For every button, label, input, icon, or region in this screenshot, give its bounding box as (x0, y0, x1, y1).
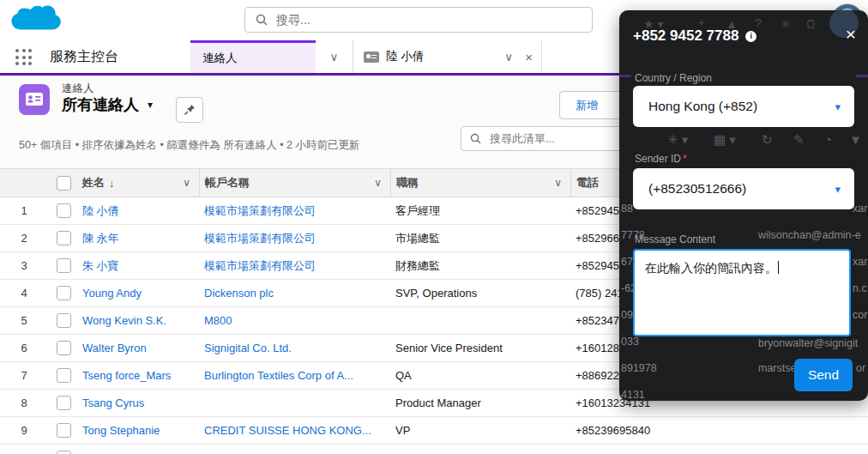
contact-name-link[interactable]: Wong Kevin S.K. (82, 314, 166, 327)
pin-list-button[interactable] (176, 97, 203, 123)
contact-name-cell: Wong Kevin S.K. (77, 314, 199, 327)
contact-card-icon (364, 51, 379, 63)
account-name-cell: 模範市場策劃有限公司 (199, 203, 390, 219)
column-menu-icon[interactable]: ∨ (554, 177, 562, 189)
column-menu-icon[interactable]: ∨ (374, 177, 382, 189)
phone-fragment: 4131 (621, 389, 645, 401)
account-name-link[interactable]: Signigital Co. Ltd. (204, 342, 292, 354)
row-select-cell (48, 368, 77, 383)
notifications-bell-icon: Ω (806, 17, 815, 31)
job-title-cell: 市場總監 (390, 231, 570, 246)
edit-icon: ✎ (793, 132, 805, 148)
country-region-label: Country / Region (635, 72, 712, 84)
row-number: 1 (0, 204, 48, 217)
sms-panel: 88777867-62090338919784131xarwilsonchan@… (619, 10, 868, 401)
account-name-link[interactable]: M800 (204, 314, 232, 327)
tab-contacts[interactable]: 連絡人 (190, 40, 316, 73)
contact-name-link[interactable]: Tong Stephanie (82, 424, 160, 437)
account-name-cell: Signigital Co. Ltd. (199, 342, 390, 354)
row-checkbox[interactable] (57, 203, 71, 218)
row-number: 2 (0, 232, 48, 245)
required-asterisk: * (683, 153, 687, 165)
send-button[interactable]: Send (794, 359, 853, 391)
sort-desc-icon: ↓ (109, 177, 115, 190)
row-select-cell (48, 396, 77, 410)
tab-record-label: 陸 小倩 (386, 49, 424, 64)
app-launcher-waffle-icon[interactable] (15, 49, 33, 66)
message-content-textarea[interactable]: 在此輸入你的簡訊內容。 (633, 249, 851, 336)
row-checkbox[interactable] (57, 258, 71, 273)
email-fragment: or (856, 362, 865, 374)
row-number: 7 (0, 369, 48, 382)
email-fragment: marstse (758, 362, 796, 374)
contact-name-link[interactable]: 朱 小寶 (82, 259, 119, 272)
row-select-cell (48, 341, 77, 355)
contact-name-link[interactable]: Tsang Cyrus (82, 396, 144, 409)
chevron-down-icon: ▾ (835, 100, 841, 113)
pin-icon (184, 104, 196, 116)
account-name-link[interactable]: 模範市場策劃有限公司 (204, 232, 316, 245)
row-checkbox[interactable] (57, 313, 71, 328)
row-checkbox[interactable] (57, 423, 71, 438)
account-name-cell: 模範市場策劃有限公司 (199, 231, 390, 246)
account-name-link[interactable]: 模範市場策劃有限公司 (204, 204, 316, 217)
column-header-title[interactable]: 職稱 ∨ (390, 169, 570, 197)
phone-fragment: 033 (621, 336, 639, 348)
contact-object-icon (19, 84, 50, 115)
new-button[interactable]: 新增 (559, 91, 614, 119)
close-panel-icon[interactable]: × (846, 24, 856, 45)
contact-name-cell: 陳 永年 (77, 231, 199, 246)
row-checkbox[interactable] (57, 286, 71, 300)
contact-name-cell: Walter Byron (77, 342, 199, 354)
row-checkbox[interactable] (57, 341, 71, 355)
column-menu-icon[interactable]: ∨ (183, 177, 190, 189)
account-name-link[interactable]: Burlington Textiles Corp of A... (204, 369, 353, 382)
contact-name-link[interactable]: Tseng force_Mars (82, 369, 171, 382)
table-row: 10Test Last Name ... (0, 445, 868, 454)
display-table-icon: ▦ ▾ (714, 132, 736, 148)
contact-name-cell: Tong Stephanie (77, 424, 199, 437)
account-name-link[interactable]: 模範市場策劃有限公司 (204, 259, 316, 272)
account-name-cell: Dickenson plc (199, 287, 390, 300)
account-name-link[interactable]: CREDIT SUISSE HONG KONG... (204, 424, 371, 437)
setup-gear-icon: ✳ (781, 17, 791, 31)
brand-divider-ghost (856, 75, 868, 77)
list-view-dropdown-icon[interactable]: ▾ (148, 99, 153, 111)
contact-name-cell: Tsang Cyrus (77, 396, 199, 409)
phone-fragment: 891978 (621, 362, 657, 374)
row-checkbox[interactable] (57, 451, 71, 454)
country-region-select[interactable]: Hong Kong (+852) ▾ (633, 86, 854, 127)
row-checkbox[interactable] (57, 231, 71, 245)
row-checkbox[interactable] (57, 368, 71, 383)
select-all-checkbox[interactable] (57, 176, 71, 191)
chevron-down-icon: ∨ (330, 50, 339, 64)
email-fragment: n.c (853, 282, 867, 294)
tab-contacts-dropdown[interactable]: ∨ (316, 40, 353, 73)
row-select-cell (48, 423, 77, 438)
row-checkbox[interactable] (57, 396, 71, 410)
message-content-label: Message Content (635, 233, 715, 245)
contact-name-link[interactable]: 陳 永年 (82, 232, 119, 245)
row-number: 8 (0, 396, 48, 409)
row-number: 9 (0, 424, 48, 437)
contact-name-link[interactable]: Walter Byron (82, 342, 147, 354)
account-name-cell: 模範市場策劃有限公司 (199, 258, 390, 274)
row-select-cell (48, 258, 77, 273)
contact-name-cell: 朱 小寶 (77, 258, 199, 274)
global-search-input[interactable] (274, 12, 535, 27)
job-title-cell: QA (390, 369, 570, 382)
contact-name-link[interactable]: Young Andy (82, 287, 142, 300)
account-name-link[interactable]: Dickenson plc (204, 287, 274, 300)
sender-id-select[interactable]: (+85230512666) ▾ (633, 168, 854, 209)
info-icon[interactable]: i (745, 31, 756, 42)
job-title-cell: SVP, Operations (390, 287, 570, 300)
column-header-account[interactable]: 帳戶名稱 ∨ (199, 169, 390, 197)
global-search[interactable] (244, 7, 593, 33)
tab-contact-record[interactable]: 陸 小倩 ∨ × (353, 40, 542, 73)
chevron-down-icon[interactable]: ∨ (504, 50, 513, 64)
close-tab-icon[interactable]: × (525, 50, 533, 64)
column-header-name[interactable]: 姓名 ↓ ∨ (77, 169, 199, 197)
contact-name-link[interactable]: 陸 小倩 (82, 204, 119, 217)
sender-id-label: Sender ID* (635, 153, 687, 165)
job-title-cell: 財務總監 (390, 258, 570, 274)
